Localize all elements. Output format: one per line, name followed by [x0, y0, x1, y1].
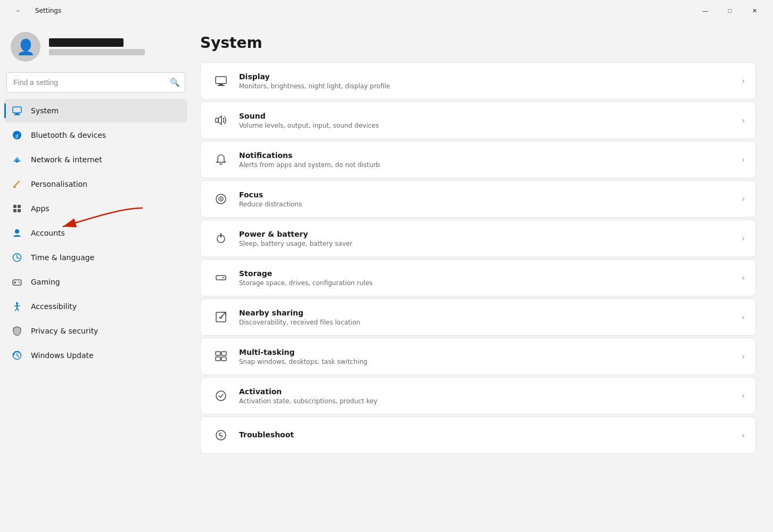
sidebar-item-apps[interactable]: Apps — [4, 197, 187, 220]
focus-settings-icon — [211, 189, 231, 209]
settings-card-nearby[interactable]: Nearby sharingDiscoverability, received … — [200, 298, 756, 336]
sidebar-item-accounts[interactable]: Accounts — [4, 221, 187, 245]
multitasking-settings-icon — [211, 347, 231, 366]
network-icon — [11, 153, 23, 166]
avatar-icon: 👤 — [17, 38, 35, 56]
activation-text: ActivationActivation state, subscription… — [239, 387, 742, 405]
svg-line-6 — [14, 181, 19, 187]
sidebar-item-accessibility[interactable]: Accessibility — [4, 295, 187, 318]
troubleshoot-text: Troubleshoot — [239, 430, 742, 440]
titlebar-controls: — □ ✕ — [693, 2, 767, 19]
sidebar-item-time[interactable]: Time & language — [4, 246, 187, 269]
user-profile[interactable]: 👤 — [4, 21, 187, 72]
nav-list: SystemⅎBluetooth & devicesNetwork & inte… — [4, 99, 187, 368]
svg-rect-45 — [221, 357, 226, 361]
settings-card-activation[interactable]: ActivationActivation state, subscription… — [200, 377, 756, 414]
storage-title: Storage — [239, 269, 742, 278]
nearby-text: Nearby sharingDiscoverability, received … — [239, 309, 742, 326]
svg-rect-44 — [216, 357, 220, 361]
power-text: Power & batterySleep, battery usage, bat… — [239, 230, 742, 247]
privacy-icon — [11, 325, 23, 337]
titlebar-left: ← Settings — [6, 2, 61, 19]
sidebar-item-label-privacy: Privacy & security — [31, 327, 98, 335]
display-settings-icon — [211, 71, 231, 90]
svg-line-25 — [17, 308, 19, 311]
sidebar-item-bluetooth[interactable]: ⅎBluetooth & devices — [4, 123, 187, 147]
power-chevron-icon: › — [742, 234, 745, 243]
system-icon — [11, 104, 23, 117]
storage-subtitle: Storage space, drives, configuration rul… — [239, 279, 742, 287]
sidebar-item-label-system: System — [31, 106, 59, 115]
nearby-subtitle: Discoverability, received files location — [239, 319, 742, 326]
sound-chevron-icon: › — [742, 116, 745, 124]
sidebar-item-personalization[interactable]: Personalisation — [4, 172, 187, 196]
bluetooth-icon: ⅎ — [11, 129, 23, 142]
sidebar-item-privacy[interactable]: Privacy & security — [4, 319, 187, 343]
settings-card-sound[interactable]: SoundVolume levels, output, input, sound… — [200, 102, 756, 139]
notifications-chevron-icon: › — [742, 155, 745, 164]
maximize-button[interactable]: □ — [718, 2, 742, 19]
personalization-icon — [11, 178, 23, 190]
power-subtitle: Sleep, battery usage, battery saver — [239, 240, 742, 247]
apps-icon — [11, 202, 23, 215]
search-icon: 🔍 — [170, 78, 180, 87]
app-container: 👤 🔍 SystemⅎBluetooth & devicesNetwork & … — [0, 21, 773, 532]
update-icon — [11, 349, 23, 362]
settings-card-display[interactable]: DisplayMonitors, brightness, night light… — [200, 62, 756, 99]
focus-subtitle: Reduce distractions — [239, 201, 742, 208]
svg-line-24 — [15, 308, 17, 311]
search-input[interactable] — [6, 72, 185, 93]
sidebar-item-label-gaming: Gaming — [31, 278, 60, 286]
display-text: DisplayMonitors, brightness, night light… — [239, 72, 742, 90]
settings-card-multitasking[interactable]: Multi-taskingSnap windows, desktops, tas… — [200, 338, 756, 375]
notifications-text: NotificationsAlerts from apps and system… — [239, 151, 742, 169]
sidebar-item-network[interactable]: Network & internet — [4, 148, 187, 171]
minimize-button[interactable]: — — [693, 2, 718, 19]
storage-text: StorageStorage space, drives, configurat… — [239, 269, 742, 287]
svg-point-48 — [220, 437, 221, 438]
username-bar — [49, 38, 124, 47]
sidebar-item-label-time: Time & language — [31, 253, 94, 262]
settings-card-focus[interactable]: FocusReduce distractions› — [200, 180, 756, 218]
display-chevron-icon: › — [742, 77, 745, 85]
svg-point-46 — [216, 391, 226, 401]
svg-line-41 — [221, 312, 226, 317]
sidebar-item-update[interactable]: Windows Update — [4, 344, 187, 367]
sidebar-item-label-update: Windows Update — [31, 351, 94, 360]
avatar: 👤 — [11, 32, 40, 62]
nearby-title: Nearby sharing — [239, 309, 742, 317]
nearby-settings-icon — [211, 307, 231, 327]
svg-rect-10 — [13, 209, 17, 212]
settings-card-power[interactable]: Power & batterySleep, battery usage, bat… — [200, 220, 756, 257]
activation-title: Activation — [239, 387, 742, 396]
sidebar-item-gaming[interactable]: Gaming — [4, 270, 187, 294]
troubleshoot-title: Troubleshoot — [239, 430, 742, 439]
close-button[interactable]: ✕ — [742, 2, 767, 19]
notifications-title: Notifications — [239, 151, 742, 160]
search-box: 🔍 — [6, 72, 185, 93]
sidebar-item-system[interactable]: System — [4, 99, 187, 122]
back-button[interactable]: ← — [6, 2, 31, 19]
svg-marker-32 — [218, 116, 221, 124]
display-title: Display — [239, 72, 742, 81]
sound-subtitle: Volume levels, output, input, sound devi… — [239, 122, 742, 129]
focus-title: Focus — [239, 190, 742, 199]
svg-rect-8 — [13, 205, 17, 208]
settings-card-notifications[interactable]: NotificationsAlerts from apps and system… — [200, 141, 756, 178]
activation-subtitle: Activation state, subscriptions, product… — [239, 397, 742, 405]
accessibility-icon — [11, 300, 23, 313]
svg-rect-1 — [15, 113, 19, 114]
focus-chevron-icon: › — [742, 195, 745, 203]
settings-card-storage[interactable]: StorageStorage space, drives, configurat… — [200, 259, 756, 296]
svg-rect-30 — [217, 85, 225, 86]
multitasking-chevron-icon: › — [742, 352, 745, 361]
focus-text: FocusReduce distractions — [239, 190, 742, 208]
page-title: System — [200, 34, 756, 52]
settings-card-troubleshoot[interactable]: Troubleshoot› — [200, 417, 756, 454]
svg-point-5 — [17, 161, 18, 163]
svg-rect-7 — [13, 187, 16, 188]
settings-list: DisplayMonitors, brightness, night light… — [200, 62, 756, 454]
display-subtitle: Monitors, brightness, night light, displ… — [239, 82, 742, 90]
sidebar: 👤 🔍 SystemⅎBluetooth & devicesNetwork & … — [0, 21, 192, 532]
multitasking-text: Multi-taskingSnap windows, desktops, tas… — [239, 348, 742, 365]
